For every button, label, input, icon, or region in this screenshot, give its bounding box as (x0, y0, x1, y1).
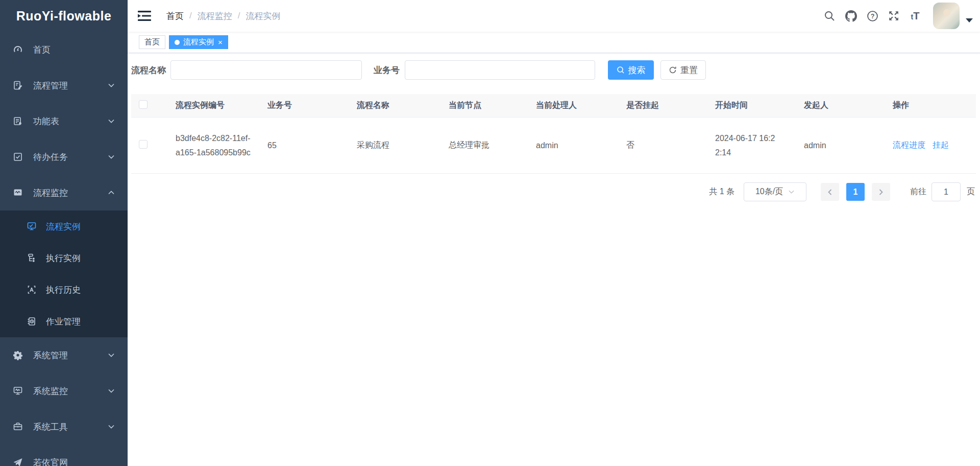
suspend-link[interactable]: 挂起 (933, 140, 949, 151)
process-instance-table: 流程实例编号 业务号 流程名称 当前节点 当前处理人 是否挂起 开始时间 发起人… (131, 94, 976, 174)
caret-down-icon (966, 18, 973, 22)
goto-label: 前往 (910, 187, 926, 197)
breadcrumb-separator: / (189, 11, 192, 21)
chevron-right-icon (877, 189, 885, 196)
app-root: RuoYi-flowable 首页 流程管理 功能表 待办任务 (0, 0, 980, 466)
sidebar-item-process-management[interactable]: 流程管理 (0, 67, 128, 103)
user-menu[interactable] (933, 3, 973, 29)
column-header: 发起人 (799, 100, 888, 111)
pagination: 共 1 条 10条/页 1 前往 页 (131, 182, 975, 201)
sidebar: RuoYi-flowable 首页 流程管理 功能表 待办任务 (0, 0, 128, 466)
sidebar-item-label: 首页 (33, 44, 115, 56)
next-page-button[interactable] (872, 183, 890, 201)
sidebar-item-label: 执行历史 (46, 284, 115, 296)
sidebar-item-system-management[interactable]: 系统管理 (0, 337, 128, 373)
column-header: 操作 (888, 100, 976, 111)
business-no-label: 业务号 (374, 64, 400, 76)
breadcrumb-separator: / (238, 11, 240, 21)
tag-home[interactable]: 首页 (139, 35, 165, 49)
github-icon[interactable] (840, 5, 862, 27)
chevron-down-icon (108, 82, 115, 89)
breadcrumb-process-monitor[interactable]: 流程监控 (198, 10, 232, 22)
paper-plane-icon (13, 457, 23, 466)
goto-page-input[interactable] (932, 182, 961, 201)
cell-current-handler: admin (531, 141, 621, 150)
search-icon (617, 66, 625, 74)
tag-label: 流程实例 (183, 37, 214, 47)
column-header: 当前节点 (444, 100, 531, 111)
function-list-icon (13, 116, 23, 126)
main-area: 首页 / 流程监控 / 流程实例 ? t (128, 0, 980, 466)
sidebar-item-system-monitor[interactable]: 系统监控 (0, 373, 128, 409)
sidebar-item-system-tools[interactable]: 系统工具 (0, 409, 128, 445)
process-instance-icon (27, 221, 37, 231)
gear-icon (13, 350, 23, 360)
sidebar-toggle-icon[interactable] (138, 9, 151, 22)
chevron-up-icon (108, 189, 115, 196)
font-size-icon[interactable]: tT (904, 5, 926, 27)
chevron-down-icon (108, 352, 115, 359)
cell-start-time: 2024-06-17 16:22:14 (710, 131, 787, 159)
sidebar-item-process-instance[interactable]: 流程实例 (0, 211, 128, 242)
reset-button[interactable]: 重置 (660, 60, 706, 80)
execution-history-icon (27, 285, 37, 295)
sidebar-item-process-monitor[interactable]: 流程监控 (0, 175, 128, 211)
sidebar-item-execution-instance[interactable]: 执行实例 (0, 242, 128, 274)
todo-task-icon (13, 152, 23, 162)
search-icon[interactable] (819, 5, 840, 27)
table-header-row: 流程实例编号 业务号 流程名称 当前节点 当前处理人 是否挂起 开始时间 发起人… (131, 94, 976, 118)
process-name-input[interactable] (170, 60, 362, 80)
process-management-icon (13, 80, 23, 90)
sidebar-item-todo-task[interactable]: 待办任务 (0, 139, 128, 175)
sidebar-item-official-website[interactable]: 若依官网 (0, 445, 128, 466)
sidebar-item-label: 功能表 (33, 115, 108, 127)
cell-instance-id: b3dfe4c8-2c82-11ef-a165-1a568095b99c (170, 131, 257, 159)
app-logo: RuoYi-flowable (0, 0, 128, 32)
business-no-input[interactable] (405, 60, 595, 80)
sidebar-item-label: 待办任务 (33, 151, 108, 163)
close-icon[interactable]: × (218, 38, 223, 46)
cell-suspended: 否 (621, 140, 710, 151)
chevron-down-icon (108, 423, 115, 430)
cell-initiator: admin (799, 141, 888, 150)
avatar[interactable] (933, 3, 960, 29)
column-header: 流程名称 (352, 100, 444, 111)
sidebar-item-execution-history[interactable]: 执行历史 (0, 274, 128, 306)
sidebar-item-label: 流程管理 (33, 80, 108, 91)
help-icon[interactable]: ? (862, 5, 883, 27)
column-header: 当前处理人 (531, 100, 621, 111)
table-row: b3dfe4c8-2c82-11ef-a165-1a568095b99c 65 … (131, 118, 976, 174)
tag-process-instance[interactable]: 流程实例 × (169, 35, 228, 49)
chevron-left-icon (826, 189, 834, 196)
process-monitor-icon (13, 188, 23, 198)
cell-actions: 流程进度 挂起 (888, 140, 976, 151)
fullscreen-icon[interactable] (883, 5, 904, 27)
tag-label: 首页 (144, 37, 160, 47)
prev-page-button[interactable] (821, 183, 839, 201)
sidebar-item-job-management[interactable]: 作业管理 (0, 306, 128, 337)
navbar-right-tools: ? tT (819, 3, 973, 29)
page-size-value: 10条/页 (755, 187, 783, 197)
job-management-icon (27, 316, 37, 327)
sidebar-item-home[interactable]: 首页 (0, 32, 128, 67)
chevron-down-icon (788, 189, 795, 195)
cell-current-node: 总经理审批 (444, 140, 531, 151)
sidebar-item-label: 若依官网 (33, 457, 115, 466)
briefcase-icon (13, 422, 23, 432)
sidebar-item-label: 流程实例 (46, 221, 115, 232)
search-button[interactable]: 搜索 (608, 60, 654, 80)
system-monitor-icon (13, 386, 23, 396)
page-size-select[interactable]: 10条/页 (744, 182, 806, 201)
sidebar-item-function-list[interactable]: 功能表 (0, 103, 128, 139)
top-navbar: 首页 / 流程监控 / 流程实例 ? t (128, 0, 980, 32)
svg-text:?: ? (870, 13, 874, 20)
process-progress-link[interactable]: 流程进度 (893, 140, 925, 151)
chevron-down-icon (108, 153, 115, 160)
select-all-checkbox[interactable] (139, 100, 148, 109)
row-checkbox[interactable] (139, 140, 148, 149)
cell-business-no: 65 (262, 141, 352, 150)
breadcrumb-home[interactable]: 首页 (166, 10, 184, 22)
page-number-1[interactable]: 1 (846, 183, 865, 201)
dashboard-icon (13, 44, 23, 55)
page-unit-label: 页 (967, 187, 975, 197)
